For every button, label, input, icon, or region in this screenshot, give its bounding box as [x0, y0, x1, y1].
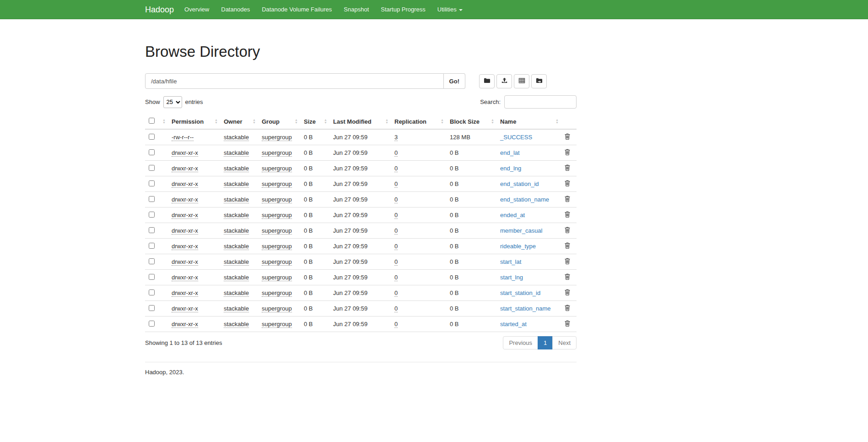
- file-link[interactable]: started_at: [500, 321, 527, 327]
- row-checkbox[interactable]: [149, 180, 155, 186]
- trash-icon[interactable]: [565, 149, 570, 157]
- owner-value[interactable]: stackable: [224, 149, 249, 157]
- pagination-previous[interactable]: Previous: [503, 336, 538, 349]
- nav-item-datanode-volume-failures[interactable]: Datanode Volume Failures: [256, 0, 338, 19]
- page-size-select[interactable]: 25: [163, 96, 182, 108]
- owner-value[interactable]: stackable: [224, 289, 249, 297]
- pagination-next[interactable]: Next: [552, 336, 577, 349]
- column-header-last-modified[interactable]: Last Modified ▲▼: [329, 114, 391, 129]
- replication-value[interactable]: 3: [394, 134, 398, 141]
- replication-value[interactable]: 0: [394, 196, 398, 203]
- column-header-owner[interactable]: Owner ▲▼: [220, 114, 258, 129]
- group-value[interactable]: supergroup: [262, 227, 292, 235]
- row-checkbox[interactable]: [149, 196, 155, 202]
- row-checkbox[interactable]: [149, 258, 155, 264]
- permission-value[interactable]: drwxr-xr-x: [172, 321, 198, 328]
- trash-icon[interactable]: [565, 305, 570, 312]
- replication-value[interactable]: 0: [394, 289, 398, 297]
- group-value[interactable]: supergroup: [262, 196, 292, 203]
- replication-value[interactable]: 0: [394, 180, 398, 188]
- owner-value[interactable]: stackable: [224, 196, 249, 203]
- navbar-brand[interactable]: Hadoop: [145, 0, 174, 19]
- group-value[interactable]: supergroup: [262, 134, 292, 141]
- row-checkbox[interactable]: [149, 227, 155, 233]
- trash-icon[interactable]: [565, 242, 570, 250]
- owner-value[interactable]: stackable: [224, 258, 249, 266]
- permission-value[interactable]: drwxr-xr-x: [172, 305, 198, 312]
- trash-icon[interactable]: [565, 289, 570, 297]
- replication-value[interactable]: 0: [394, 165, 398, 172]
- group-value[interactable]: supergroup: [262, 321, 292, 328]
- row-checkbox[interactable]: [149, 305, 155, 311]
- file-link[interactable]: member_casual: [500, 227, 543, 234]
- table-view-button[interactable]: [514, 74, 529, 88]
- row-checkbox[interactable]: [149, 149, 155, 155]
- permission-value[interactable]: drwxr-xr-x: [172, 196, 198, 203]
- search-input[interactable]: [504, 95, 577, 109]
- replication-value[interactable]: 0: [394, 258, 398, 266]
- permission-value[interactable]: drwxr-xr-x: [172, 180, 198, 188]
- nav-item-utilities[interactable]: Utilities: [431, 0, 469, 19]
- group-value[interactable]: supergroup: [262, 165, 292, 172]
- file-link[interactable]: end_station_id: [500, 180, 539, 187]
- permission-value[interactable]: drwxr-xr-x: [172, 212, 198, 219]
- owner-value[interactable]: stackable: [224, 305, 249, 312]
- owner-value[interactable]: stackable: [224, 274, 249, 281]
- group-value[interactable]: supergroup: [262, 212, 292, 219]
- trash-icon[interactable]: [565, 133, 570, 141]
- trash-icon[interactable]: [565, 180, 570, 188]
- move-file-button[interactable]: [531, 74, 547, 88]
- path-input[interactable]: [145, 73, 444, 89]
- replication-value[interactable]: 0: [394, 212, 398, 219]
- row-checkbox[interactable]: [149, 289, 155, 295]
- go-button[interactable]: Go!: [444, 73, 465, 89]
- column-header-replication[interactable]: Replication ▲▼: [391, 114, 446, 129]
- row-checkbox[interactable]: [149, 212, 155, 218]
- replication-value[interactable]: 0: [394, 243, 398, 250]
- group-value[interactable]: supergroup: [262, 149, 292, 157]
- replication-value[interactable]: 0: [394, 305, 398, 312]
- column-header-group[interactable]: Group ▲▼: [258, 114, 300, 129]
- owner-value[interactable]: stackable: [224, 227, 249, 235]
- nav-item-overview[interactable]: Overview: [178, 0, 215, 19]
- column-header-permission[interactable]: Permission ▲▼: [168, 114, 220, 129]
- file-link[interactable]: start_lat: [500, 258, 521, 265]
- trash-icon[interactable]: [565, 320, 570, 328]
- nav-item-snapshot[interactable]: Snapshot: [338, 0, 375, 19]
- owner-value[interactable]: stackable: [224, 243, 249, 250]
- owner-value[interactable]: stackable: [224, 321, 249, 328]
- owner-value[interactable]: stackable: [224, 165, 249, 172]
- group-value[interactable]: supergroup: [262, 289, 292, 297]
- permission-value[interactable]: drwxr-xr-x: [172, 149, 198, 157]
- owner-value[interactable]: stackable: [224, 212, 249, 219]
- file-link[interactable]: start_lng: [500, 274, 523, 281]
- column-header-block-size[interactable]: Block Size ▲▼: [446, 114, 496, 129]
- group-value[interactable]: supergroup: [262, 243, 292, 250]
- row-checkbox[interactable]: [149, 134, 155, 140]
- file-link[interactable]: end_station_name: [500, 196, 549, 203]
- permission-value[interactable]: drwxr-xr-x: [172, 243, 198, 250]
- owner-value[interactable]: stackable: [224, 134, 249, 141]
- permission-value[interactable]: -rw-r--r--: [172, 134, 194, 141]
- replication-value[interactable]: 0: [394, 274, 398, 281]
- replication-value[interactable]: 0: [394, 227, 398, 235]
- nav-item-datanodes[interactable]: Datanodes: [215, 0, 256, 19]
- file-link[interactable]: start_station_id: [500, 289, 540, 296]
- trash-icon[interactable]: [565, 258, 570, 266]
- permission-value[interactable]: drwxr-xr-x: [172, 227, 198, 235]
- file-link[interactable]: _SUCCESS: [500, 134, 532, 141]
- column-header-select[interactable]: ▲▼: [145, 114, 168, 129]
- group-value[interactable]: supergroup: [262, 258, 292, 266]
- row-checkbox[interactable]: [149, 165, 155, 171]
- row-checkbox[interactable]: [149, 321, 155, 327]
- trash-icon[interactable]: [565, 164, 570, 172]
- trash-icon[interactable]: [565, 211, 570, 219]
- row-checkbox[interactable]: [149, 274, 155, 280]
- owner-value[interactable]: stackable: [224, 180, 249, 188]
- file-link[interactable]: ended_at: [500, 212, 525, 218]
- file-link[interactable]: start_station_name: [500, 305, 551, 312]
- trash-icon[interactable]: [565, 227, 570, 235]
- group-value[interactable]: supergroup: [262, 180, 292, 188]
- permission-value[interactable]: drwxr-xr-x: [172, 274, 198, 281]
- replication-value[interactable]: 0: [394, 321, 398, 328]
